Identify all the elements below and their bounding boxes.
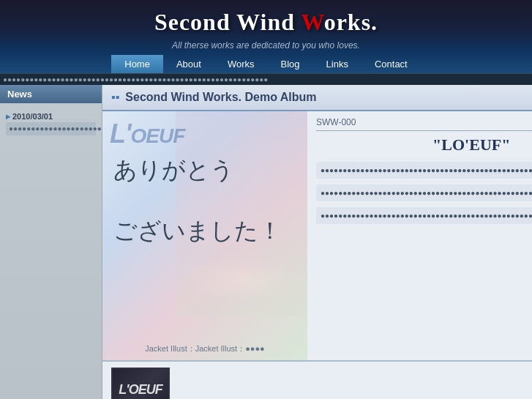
nav-blog[interactable]: Blog bbox=[268, 55, 313, 73]
album-art: L'OEUF ありがとう ございました！ Jacket Illust：Jacke… bbox=[102, 111, 307, 360]
site-tagline: All therse works are dedicated to you wh… bbox=[0, 39, 532, 55]
jacket-credit: Jacket Illust：Jacket Illust：●●●● bbox=[102, 343, 307, 354]
section-icon: ▪▪ bbox=[111, 91, 119, 104]
main-nav: Home About Works Blog Links Contact bbox=[0, 55, 532, 73]
album-name: "LO'EUF" bbox=[316, 135, 532, 154]
content-header: ▪▪ Second Wind Works. Demo Album bbox=[102, 85, 532, 111]
site-title: Second Wind Works. bbox=[0, 6, 532, 39]
content-area: ▪▪ Second Wind Works. Demo Album L'OEUF … bbox=[102, 85, 532, 399]
site-title-text2: orks. bbox=[324, 9, 378, 35]
nav-links[interactable]: Links bbox=[313, 55, 361, 73]
japanese-line1: ありがとう bbox=[113, 155, 282, 186]
sidebar-news-heading: News bbox=[0, 85, 102, 103]
album-desc-1: ●●●●●●●●●●●●●●●●●●●●●●●●●●●●●●●●●●●●●●●●… bbox=[316, 162, 532, 179]
album-section: L'OEUF ありがとう ございました！ Jacket Illust：Jacke… bbox=[102, 111, 532, 360]
nav-home[interactable]: Home bbox=[111, 55, 163, 73]
site-title-w: W bbox=[301, 9, 323, 35]
jacket-credit-label: Jacket Illust： bbox=[145, 344, 195, 353]
nav-contact[interactable]: Contact bbox=[361, 55, 421, 73]
sidebar-entry-date: 2010/03/01 bbox=[6, 112, 96, 121]
main-layout: News 2010/03/01 ●●●●●●●●●●●●●●●●●●●●● ▪▪… bbox=[0, 85, 532, 399]
sidebar-entry-text: ●●●●●●●●●●●●●●●●●●●●● bbox=[6, 122, 96, 135]
japanese-line2: ございました！ bbox=[113, 216, 282, 247]
sidebar: News 2010/03/01 ●●●●●●●●●●●●●●●●●●●●● bbox=[0, 85, 102, 399]
nav-works[interactable]: Works bbox=[214, 55, 268, 73]
album-meta-row: SWW-000 10/03/01 bbox=[316, 117, 532, 131]
nav-about[interactable]: About bbox=[163, 55, 214, 73]
section-title: Second Wind Works. Demo Album bbox=[125, 91, 316, 104]
album-art-logo: L'OEUF bbox=[110, 119, 184, 149]
second-album-text: L'OEUF bbox=[119, 382, 162, 398]
ticker-text: ●●●●●●●●●●●●●●●●●●●●●●●●●●●●●●●●●●●●●●●●… bbox=[3, 75, 268, 83]
site-header: Second Wind Works. All therse works are … bbox=[0, 0, 532, 73]
second-album-preview: L'OEUF bbox=[102, 360, 532, 399]
album-desc-3: ●●●●●●●●●●●●●●●●●●●●●●●●●●●●●●●●●●●●●●●●… bbox=[316, 207, 532, 224]
jacket-credit-name: Jacket Illust：●●●● bbox=[195, 344, 265, 353]
second-album-art: L'OEUF bbox=[111, 368, 170, 399]
ticker-bar: ●●●●●●●●●●●●●●●●●●●●●●●●●●●●●●●●●●●●●●●●… bbox=[0, 73, 532, 85]
album-catalog: SWW-000 bbox=[316, 117, 356, 127]
sidebar-content: 2010/03/01 ●●●●●●●●●●●●●●●●●●●●● bbox=[0, 109, 102, 138]
site-title-text1: Second Wind bbox=[154, 9, 301, 35]
album-japanese-text: ありがとう ございました！ bbox=[113, 155, 282, 247]
album-info: SWW-000 10/03/01 "LO'EUF" ●●●●●●●●●●●●●●… bbox=[307, 111, 532, 360]
album-desc-2: ●●●●●●●●●●●●●●●●●●●●●●●●●●●●●●●●●●●●●●●●… bbox=[316, 184, 532, 201]
